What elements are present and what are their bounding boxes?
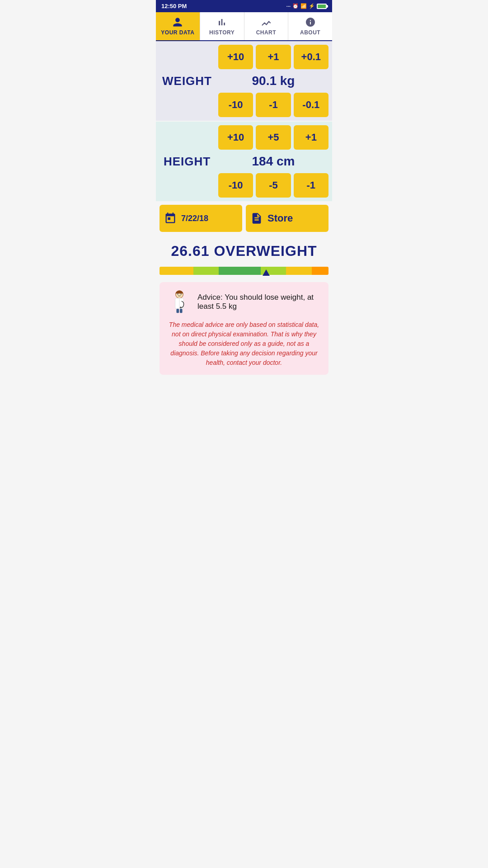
advice-disclaimer: The medical advice are only based on sta… bbox=[167, 320, 321, 368]
bmi-number: 26.61 bbox=[171, 243, 214, 259]
svg-rect-9 bbox=[180, 309, 183, 313]
height-plus-5[interactable]: +5 bbox=[256, 125, 291, 150]
status-bar: 12:50 PM ··· ⏰ 📶 ⚡ bbox=[156, 0, 332, 12]
bmi-indicator bbox=[263, 269, 270, 276]
weight-minus-1[interactable]: -1 bbox=[256, 93, 291, 117]
bmi-bar bbox=[160, 267, 328, 275]
weight-label: WEIGHT bbox=[160, 45, 215, 117]
bar-chart-icon bbox=[216, 17, 227, 28]
advice-header: Advice: You should lose weight, at least… bbox=[167, 289, 321, 315]
tab-history-label: HISTORY bbox=[209, 29, 235, 36]
calendar-icon bbox=[164, 212, 177, 225]
store-label: Store bbox=[267, 212, 293, 224]
bmi-display: 26.61 OVERWEIGHT bbox=[160, 243, 328, 259]
weight-plus-1[interactable]: +1 bbox=[256, 45, 291, 69]
signal-icon: 📶 bbox=[300, 3, 307, 9]
bmi-segment-5 bbox=[286, 267, 311, 275]
main-content: WEIGHT +10 +1 +0.1 90.1 kg -10 -1 -0.1 H… bbox=[156, 41, 332, 375]
tab-your-data[interactable]: YOUR DATA bbox=[156, 12, 200, 40]
svg-rect-8 bbox=[176, 309, 179, 313]
alarm-icon: ⏰ bbox=[292, 3, 299, 9]
tab-chart-label: CHART bbox=[256, 29, 277, 36]
bmi-segment-6 bbox=[312, 267, 328, 275]
line-chart-icon bbox=[261, 17, 272, 28]
weight-minus-10[interactable]: -10 bbox=[218, 93, 253, 117]
advice-box: Advice: You should lose weight, at least… bbox=[160, 282, 328, 375]
weight-controls: +10 +1 +0.1 90.1 kg -10 -1 -0.1 bbox=[218, 45, 328, 117]
weight-section: WEIGHT +10 +1 +0.1 90.1 kg -10 -1 -0.1 bbox=[156, 41, 332, 121]
height-minus-1[interactable]: -1 bbox=[294, 173, 328, 198]
tab-your-data-label: YOUR DATA bbox=[161, 29, 194, 36]
svg-point-4 bbox=[181, 294, 181, 294]
dots-icon: ··· bbox=[286, 4, 291, 9]
info-icon bbox=[305, 17, 316, 28]
bmi-segment-1 bbox=[160, 267, 193, 275]
height-value: 184 cm bbox=[218, 152, 328, 170]
tab-chart[interactable]: CHART bbox=[244, 12, 289, 40]
height-label: HEIGHT bbox=[160, 125, 215, 198]
height-section: HEIGHT +10 +5 +1 184 cm -10 -5 -1 bbox=[156, 122, 332, 201]
weight-plus-01[interactable]: +0.1 bbox=[294, 45, 328, 69]
height-plus-10[interactable]: +10 bbox=[218, 125, 253, 150]
tab-about[interactable]: ABOUT bbox=[288, 12, 332, 40]
svg-point-7 bbox=[180, 307, 182, 308]
height-plus-1[interactable]: +1 bbox=[294, 125, 328, 150]
person-icon bbox=[172, 17, 183, 28]
battery-icon bbox=[317, 4, 327, 9]
svg-point-3 bbox=[178, 294, 178, 294]
date-button[interactable]: 7/22/18 bbox=[160, 205, 242, 232]
store-button[interactable]: Store bbox=[246, 205, 328, 232]
tab-about-label: ABOUT bbox=[300, 29, 320, 36]
tab-history[interactable]: HISTORY bbox=[200, 12, 244, 40]
charging-icon: ⚡ bbox=[309, 3, 315, 9]
tab-bar: YOUR DATA HISTORY CHART ABOUT bbox=[156, 12, 332, 41]
bmi-section: 26.61 OVERWEIGHT bbox=[156, 236, 332, 263]
bmi-bar-container bbox=[160, 267, 328, 275]
doctor-icon bbox=[167, 289, 192, 315]
advice-text: Advice: You should lose weight, at least… bbox=[197, 293, 321, 311]
height-controls: +10 +5 +1 184 cm -10 -5 -1 bbox=[218, 125, 328, 198]
bmi-category: OVERWEIGHT bbox=[214, 243, 317, 259]
weight-minus-01[interactable]: -0.1 bbox=[294, 93, 328, 117]
height-minus-5[interactable]: -5 bbox=[256, 173, 291, 198]
status-icons: ··· ⏰ 📶 ⚡ bbox=[286, 3, 327, 9]
weight-value: 90.1 kg bbox=[218, 72, 328, 90]
store-icon bbox=[250, 212, 263, 225]
weight-plus-10[interactable]: +10 bbox=[218, 45, 253, 69]
status-time: 12:50 PM bbox=[161, 3, 187, 9]
date-value: 7/22/18 bbox=[181, 214, 208, 223]
bmi-segment-3 bbox=[219, 267, 261, 275]
height-minus-10[interactable]: -10 bbox=[218, 173, 253, 198]
bmi-segment-2 bbox=[193, 267, 219, 275]
action-row: 7/22/18 Store bbox=[160, 205, 328, 232]
